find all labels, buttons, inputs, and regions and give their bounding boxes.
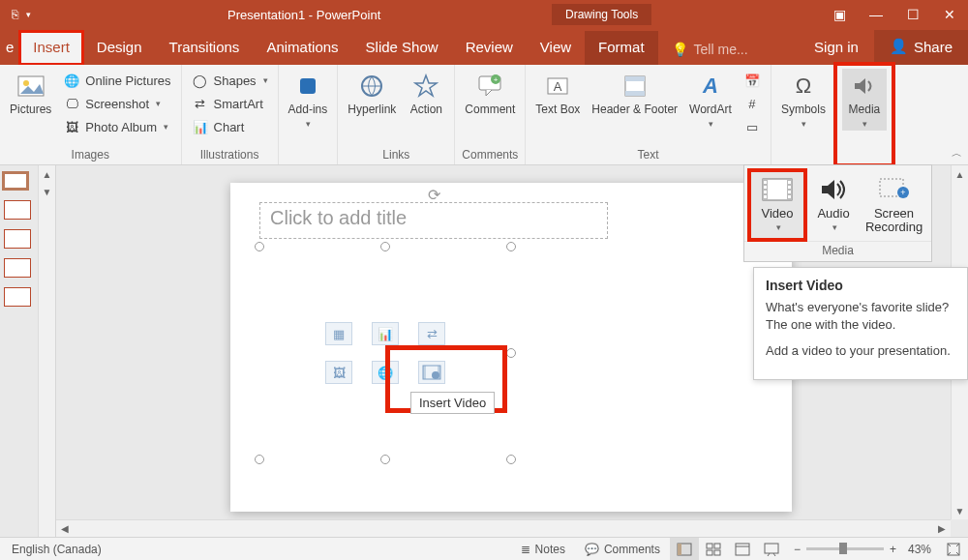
- hyperlink-button[interactable]: Hyperlink: [344, 69, 400, 119]
- symbols-button[interactable]: Ω Symbols: [777, 69, 830, 131]
- action-icon: [410, 71, 441, 102]
- notes-button[interactable]: ≣ Notes: [511, 538, 575, 560]
- autosave-icon[interactable]: ⎘: [12, 8, 18, 21]
- wordart-button[interactable]: A WordArt: [685, 69, 736, 131]
- ribbon-insert: Pictures 🌐 Online Pictures 🖵 Screenshot …: [0, 65, 968, 165]
- tab-review[interactable]: Review: [452, 31, 527, 65]
- zoom-in-button[interactable]: +: [890, 543, 896, 556]
- shapes-button[interactable]: ◯ Shapes: [188, 69, 272, 92]
- zoom-out-button[interactable]: −: [794, 543, 801, 556]
- selection-handle[interactable]: [255, 455, 264, 464]
- tab-format[interactable]: Format: [585, 31, 658, 65]
- chart-button[interactable]: 📊 Chart: [188, 115, 272, 138]
- date-time-button[interactable]: 📅: [740, 69, 765, 92]
- slide-thumbnail[interactable]: [4, 287, 31, 307]
- group-label-text: Text: [531, 146, 765, 164]
- audio-button[interactable]: Audio: [806, 171, 861, 239]
- minimize-button[interactable]: —: [858, 0, 894, 29]
- close-button[interactable]: ✕: [931, 0, 968, 29]
- scroll-down-icon[interactable]: ▼: [39, 183, 55, 200]
- header-footer-button[interactable]: Header & Footer: [588, 69, 681, 119]
- slideshow-view-button[interactable]: [757, 538, 786, 560]
- slide-sorter-view-button[interactable]: [699, 538, 728, 560]
- addins-button[interactable]: Add-ins: [285, 69, 332, 131]
- slide[interactable]: Click to add title ⟳ ▦ 📊 ⇄ 🖼 🌐: [230, 183, 792, 512]
- insert-pictures-icon[interactable]: 🖼: [325, 361, 352, 384]
- selection-handle[interactable]: [506, 348, 516, 358]
- zoom-percent[interactable]: 43%: [908, 543, 931, 556]
- zoom-slider[interactable]: [806, 547, 884, 550]
- slide-thumbnail-pane[interactable]: ▲ ▼: [0, 165, 56, 537]
- audio-icon: [817, 175, 850, 204]
- collapse-ribbon-icon[interactable]: ︿: [952, 146, 962, 161]
- tab-design[interactable]: Design: [83, 31, 156, 65]
- insert-smartart-icon[interactable]: ⇄: [418, 322, 445, 345]
- maximize-button[interactable]: ☐: [894, 0, 931, 29]
- tab-file[interactable]: e: [0, 31, 19, 65]
- share-button[interactable]: 👤 Share: [874, 30, 968, 65]
- scroll-left-icon[interactable]: ◀: [56, 520, 74, 537]
- slide-thumbnail[interactable]: [4, 258, 31, 278]
- slide-thumbnail[interactable]: [2, 171, 29, 191]
- title-placeholder[interactable]: Click to add title ⟳: [259, 202, 608, 239]
- svg-rect-24: [788, 181, 791, 184]
- smartart-button[interactable]: ⇄ SmartArt: [188, 92, 272, 115]
- selection-handle[interactable]: [506, 455, 516, 464]
- language-indicator[interactable]: English (Canada): [0, 543, 113, 556]
- share-icon: 👤: [890, 38, 908, 55]
- slide-thumbnail[interactable]: [4, 229, 31, 249]
- scroll-up-icon[interactable]: ▲: [952, 165, 968, 183]
- zoom-slider-thumb[interactable]: [839, 543, 847, 554]
- online-pictures-button[interactable]: 🌐 Online Pictures: [59, 69, 174, 92]
- pictures-button[interactable]: Pictures: [6, 69, 55, 119]
- svg-rect-34: [714, 544, 720, 548]
- tab-view[interactable]: View: [527, 31, 585, 65]
- group-label-images: Images: [6, 146, 175, 164]
- screen-recording-button[interactable]: + Screen Recording: [862, 171, 925, 239]
- shapes-icon: ◯: [192, 72, 209, 89]
- comment-button[interactable]: + Comment: [461, 69, 519, 119]
- normal-view-button[interactable]: [670, 538, 699, 560]
- fit-to-window-button[interactable]: [939, 538, 968, 560]
- tab-insert[interactable]: Insert: [19, 31, 83, 65]
- photo-album-button[interactable]: 🖼 Photo Album: [59, 115, 174, 138]
- video-icon: [761, 175, 794, 204]
- smartart-icon: ⇄: [192, 95, 209, 112]
- object-button[interactable]: ▭: [740, 115, 765, 138]
- media-button[interactable]: Media: [842, 69, 887, 131]
- svg-text:A: A: [554, 79, 562, 94]
- svg-rect-35: [707, 550, 712, 555]
- slide-thumbnail[interactable]: [4, 200, 31, 220]
- insert-chart-icon[interactable]: 📊: [372, 322, 399, 345]
- tab-animations[interactable]: Animations: [253, 31, 351, 65]
- selection-handle[interactable]: [506, 242, 516, 251]
- svg-text:+: +: [900, 188, 905, 197]
- scroll-right-icon[interactable]: ▶: [933, 520, 951, 537]
- tell-me-search[interactable]: 💡 Tell me...: [658, 34, 762, 65]
- thumbnail-scrollbar[interactable]: ▲ ▼: [38, 165, 55, 537]
- slide-number-button[interactable]: #: [740, 92, 765, 115]
- scroll-down-icon[interactable]: ▼: [952, 502, 968, 519]
- textbox-button[interactable]: A Text Box: [531, 69, 584, 119]
- notes-icon: ≣: [521, 543, 530, 556]
- tab-transitions[interactable]: Transitions: [156, 31, 254, 65]
- insert-video-supertip: Insert Video What's everyone's favorite …: [753, 267, 968, 380]
- insert-table-icon[interactable]: ▦: [325, 322, 352, 345]
- sign-in-button[interactable]: Sign in: [799, 31, 874, 65]
- canvas-horizontal-scrollbar[interactable]: ◀ ▶: [56, 519, 951, 537]
- qat-dropdown-icon[interactable]: ▾: [26, 10, 31, 19]
- rotate-handle-icon[interactable]: ⟳: [428, 186, 440, 204]
- ribbon-display-options-icon[interactable]: ▣: [821, 0, 858, 29]
- object-icon: ▭: [743, 118, 761, 135]
- selection-handle[interactable]: [255, 242, 264, 251]
- selection-handle[interactable]: [380, 455, 390, 464]
- reading-view-button[interactable]: [728, 538, 757, 560]
- svg-text:A: A: [702, 74, 718, 98]
- selection-handle[interactable]: [380, 242, 390, 251]
- scroll-up-icon[interactable]: ▲: [39, 165, 55, 183]
- action-button[interactable]: Action: [404, 69, 448, 119]
- video-button[interactable]: Video: [750, 171, 804, 239]
- comments-button[interactable]: 💬 Comments: [575, 538, 670, 560]
- tab-slideshow[interactable]: Slide Show: [352, 31, 452, 65]
- screenshot-button[interactable]: 🖵 Screenshot: [59, 92, 174, 115]
